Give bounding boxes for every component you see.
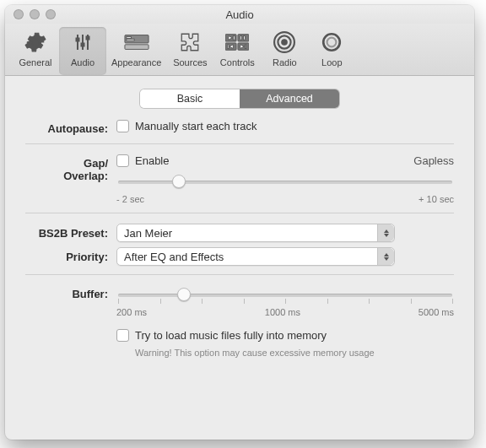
label-bs2b: BS2B Preset:	[25, 227, 116, 240]
select-value: Jan Meier	[124, 227, 172, 240]
toolbar-item-appearance[interactable]: Appearance	[106, 27, 166, 75]
label-priority: Priority:	[25, 251, 116, 263]
checkbox-box	[116, 154, 129, 167]
toolbar-item-sources[interactable]: Sources	[166, 27, 213, 75]
svg-rect-14	[240, 36, 242, 40]
slider-knob[interactable]	[172, 175, 186, 188]
gap-slider[interactable]	[116, 172, 454, 191]
toolbar-item-general[interactable]: General	[12, 27, 59, 75]
toolbar-label: Appearance	[111, 57, 161, 67]
checkbox-label: Try to load music files fully into memor…	[135, 329, 327, 342]
svg-rect-3	[76, 38, 79, 41]
preferences-window: Audio General Audio Appearance Sources	[5, 5, 474, 440]
row-buffer: Buffer:	[25, 285, 454, 358]
toolbar-item-controls[interactable]: Controls	[213, 27, 261, 75]
toolbar-label: Audio	[71, 57, 94, 67]
checkbox-load-into-memory[interactable]: Try to load music files fully into memor…	[116, 329, 327, 342]
toolbar-label: Sources	[173, 57, 207, 67]
tab-advanced[interactable]: Advanced	[240, 89, 339, 108]
svg-point-26	[327, 38, 337, 47]
select-priority[interactable]: After EQ and Effects	[116, 247, 395, 266]
checkbox-enable-gap[interactable]: Enable	[116, 154, 169, 167]
content-area: Basic Advanced Autopause: Manually start…	[5, 76, 474, 358]
svg-rect-9	[126, 39, 133, 40]
select-value: After EQ and Effects	[124, 251, 224, 263]
svg-rect-18	[228, 45, 229, 49]
divider	[25, 213, 454, 213]
radio-icon	[271, 29, 298, 56]
scale-max: + 10 sec	[418, 194, 454, 204]
svg-rect-5	[86, 36, 89, 40]
slider-track	[118, 294, 452, 297]
slider-track	[118, 181, 452, 184]
label-buffer: Buffer:	[25, 285, 116, 300]
divider	[25, 274, 454, 275]
close-window-button[interactable]	[14, 9, 24, 19]
svg-rect-4	[81, 43, 84, 46]
tab-basic[interactable]: Basic	[140, 89, 240, 108]
puzzle-icon	[176, 29, 203, 56]
toolbar-label: Controls	[220, 57, 255, 67]
svg-point-25	[324, 34, 341, 51]
gear-icon	[22, 29, 49, 56]
toolbar-label: Radio	[273, 57, 297, 67]
divider	[25, 143, 454, 144]
slider-knob[interactable]	[177, 288, 191, 301]
select-bs2b-preset[interactable]: Jan Meier	[116, 224, 395, 242]
appearance-icon	[123, 29, 150, 56]
svg-rect-12	[234, 36, 235, 40]
row-gap-overlap: Gap/ Overlap: Enable Gapless - 2 sec + 1…	[25, 154, 454, 204]
window-title: Audio	[5, 8, 474, 21]
toolbar-label: Loop	[321, 57, 342, 67]
scale-mid: 1000 ms	[265, 307, 300, 317]
scale-max: 5000 ms	[418, 307, 454, 317]
window-controls	[5, 9, 56, 19]
tab-switcher: Basic Advanced	[140, 89, 339, 108]
label-autopause: Autopause:	[25, 120, 116, 135]
label-gap-overlap: Gap/ Overlap:	[25, 154, 116, 182]
loop-icon	[318, 29, 345, 56]
toolbar-item-loop[interactable]: Loop	[308, 27, 355, 75]
memory-warning-text: Warning! This option may cause excessive…	[116, 348, 454, 358]
toolbar-item-audio[interactable]: Audio	[59, 27, 106, 75]
minimize-window-button[interactable]	[30, 9, 40, 19]
toolbar-item-radio[interactable]: Radio	[261, 27, 308, 75]
checkbox-label: Enable	[135, 154, 169, 167]
zoom-window-button[interactable]	[46, 9, 56, 19]
checkbox-manually-start[interactable]: Manually start each track	[116, 120, 257, 132]
svg-rect-8	[126, 36, 131, 38]
preferences-toolbar: General Audio Appearance Sources Control…	[5, 24, 474, 76]
toolbar-label: General	[19, 57, 51, 67]
sliders-icon	[69, 29, 96, 56]
checkbox-box	[116, 329, 129, 342]
scale-min: - 2 sec	[116, 194, 144, 204]
stepper-arrows-icon	[377, 224, 394, 241]
row-autopause: Autopause: Manually start each track	[25, 120, 454, 135]
buffer-slider[interactable]	[116, 285, 454, 304]
gapless-label: Gapless	[413, 154, 454, 167]
checkbox-label: Manually start each track	[135, 120, 257, 132]
svg-rect-7	[125, 45, 148, 50]
checkbox-box	[116, 120, 129, 132]
svg-rect-15	[244, 36, 246, 40]
svg-point-22	[282, 40, 288, 46]
titlebar: Audio	[5, 5, 474, 24]
svg-rect-21	[246, 45, 246, 49]
row-bs2b: BS2B Preset: Jan Meier	[25, 224, 454, 242]
playback-controls-icon	[224, 29, 251, 56]
slider-ticks	[118, 299, 452, 304]
stepper-arrows-icon	[377, 248, 394, 265]
row-priority: Priority: After EQ and Effects	[25, 247, 454, 266]
scale-min: 200 ms	[116, 307, 147, 317]
